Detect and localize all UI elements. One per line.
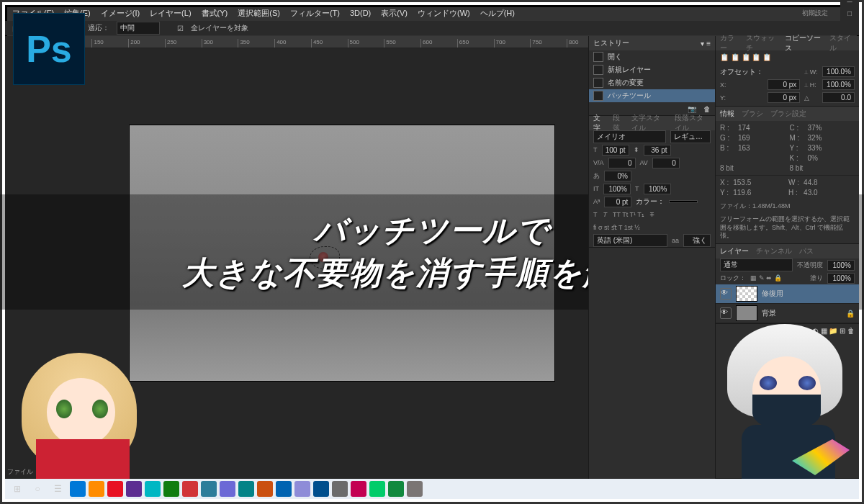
eye-icon[interactable]: 👁 <box>720 288 732 300</box>
avatar-girl <box>14 338 144 482</box>
menu-layer[interactable]: レイヤー(L) <box>150 8 191 19</box>
type-options[interactable]: T T TT Tt T¹ T₁ T <box>589 208 715 221</box>
avatar-boy <box>713 317 850 482</box>
taskbar-app[interactable] <box>220 481 235 497</box>
taskbar-app[interactable] <box>201 481 217 497</box>
menu-window[interactable]: ウィンドウ(W) <box>418 8 470 19</box>
fill-field[interactable]: 100% <box>827 273 855 284</box>
opacity-field[interactable]: 100% <box>827 260 855 271</box>
kerning[interactable]: 0 <box>608 158 636 168</box>
menu-type[interactable]: 書式(Y) <box>202 8 228 19</box>
opt-adapt-label: 適応： <box>88 23 109 33</box>
menu-view[interactable]: 表示(V) <box>381 8 408 19</box>
channels-tab[interactable]: チャンネル <box>756 246 792 256</box>
color-label: カラー： <box>636 197 665 207</box>
taskbar-app[interactable] <box>407 481 423 497</box>
history-item[interactable]: 開く <box>589 50 715 63</box>
tsume[interactable]: 0% <box>604 171 631 181</box>
taskbar-app[interactable] <box>313 481 329 497</box>
tracking[interactable]: 0 <box>652 158 680 168</box>
baseline[interactable]: 0 pt <box>604 197 631 207</box>
clonesource-tab[interactable]: コピーソース <box>785 33 822 53</box>
taskbar-app[interactable] <box>276 481 292 497</box>
menu-bar: ファイル(F) 編集(E) イメージ(I) レイヤー(L) 書式(Y) 選択範囲… <box>5 5 859 21</box>
brush-tab[interactable]: ブラシ <box>742 109 763 119</box>
offset-label: オフセット： <box>720 67 763 77</box>
info-file: ファイル：1.48M/1.48M <box>716 199 859 212</box>
max-button[interactable]: □ <box>840 7 859 19</box>
info-hint: フリーフォームの範囲を選択するか、選択範囲を移動します。Shift、Alt、Ct… <box>716 212 859 243</box>
clone-h[interactable]: 100.0% <box>822 79 855 90</box>
taskbar-app[interactable] <box>388 481 404 497</box>
clone-x[interactable]: 0 px <box>768 79 800 90</box>
history-item[interactable]: 名前の変更 <box>589 76 715 89</box>
lock-icon: 🔒 <box>846 310 855 318</box>
swatch-tab[interactable]: スウォッチ <box>746 33 778 53</box>
taskbar-app[interactable] <box>89 481 104 497</box>
workspace-button[interactable]: 初期設定 <box>802 9 828 18</box>
character-panel: 文字 段落 文字スタイル 段落スタイル メイリオレギュ… T100 pt⬍36 … <box>589 116 715 248</box>
info-panel: 情報 ブラシ ブラシ設定 R :174C :37% G :169M :32% B… <box>716 107 859 244</box>
taskbar-app[interactable] <box>126 481 142 497</box>
taskbar-app[interactable] <box>332 481 348 497</box>
layers-tab[interactable]: レイヤー <box>720 246 749 256</box>
min-button[interactable]: ─ <box>840 0 859 7</box>
menu-image[interactable]: イメージ(I) <box>101 8 140 19</box>
brushpreset-tab[interactable]: ブラシ設定 <box>770 109 806 119</box>
taskbar-app[interactable] <box>70 481 86 497</box>
fontstyle-select[interactable]: レギュ… <box>670 130 711 143</box>
text-color[interactable] <box>669 200 698 203</box>
color-panel: カラー スウォッチ コピーソース スタイル 📋 📋 📋 📋 📋 オフセット： ⟂… <box>716 36 859 107</box>
taskbar-app[interactable] <box>351 481 366 497</box>
taskbar: ⊞ ○ ☰ <box>5 479 859 499</box>
menu-3d[interactable]: 3D(D) <box>350 9 371 17</box>
taskbar-app[interactable] <box>238 481 254 497</box>
history-panel: ヒストリー▾ ≡ 開く 新規レイヤー 名前の変更 パッチツール 📷🗑 <box>589 36 715 116</box>
taskbar-app[interactable] <box>257 481 273 497</box>
menu-filter[interactable]: フィルター(T) <box>290 8 340 19</box>
lock-icons[interactable]: ▦ ✎ ⬌ 🔒 <box>750 274 782 282</box>
opt-all-layers[interactable]: 全レイヤーを対象 <box>191 23 248 33</box>
styles-tab[interactable]: スタイル <box>829 33 855 53</box>
font-select[interactable]: メイリオ <box>593 130 666 143</box>
hscale[interactable]: 100% <box>644 184 671 194</box>
search-button[interactable]: ○ <box>30 481 45 497</box>
vscale[interactable]: 100% <box>603 184 631 194</box>
taskbar-app[interactable] <box>145 481 161 497</box>
aa-select[interactable]: 強く <box>683 234 711 247</box>
opentype-options[interactable]: fi σ st ﬆ T 1st ½ <box>589 221 715 234</box>
leading[interactable]: 36 pt <box>644 145 671 156</box>
info-tab[interactable]: 情報 <box>720 109 734 119</box>
paths-tab[interactable]: パス <box>799 246 814 256</box>
font-size[interactable]: 100 pt <box>602 145 629 156</box>
camera-icon[interactable]: 📷 <box>688 105 696 113</box>
headline-line1: バッチツールで <box>314 210 550 252</box>
layer-row[interactable]: 👁修復用 <box>716 284 859 304</box>
color-tab[interactable]: カラー <box>720 33 739 53</box>
taskview-button[interactable]: ☰ <box>50 481 66 497</box>
taskbar-app[interactable] <box>369 481 385 497</box>
menu-help[interactable]: ヘルプ(H) <box>480 8 515 19</box>
clone-y[interactable]: 0 px <box>768 92 800 103</box>
history-item[interactable]: 新規レイヤー <box>589 63 715 76</box>
menu-select[interactable]: 選択範囲(S) <box>238 8 280 19</box>
photoshop-logo: Ps <box>13 13 85 85</box>
clone-rot[interactable]: 0.0 <box>822 92 855 103</box>
lang-select[interactable]: 英語 (米国) <box>593 234 667 247</box>
clone-w[interactable]: 100.0% <box>822 66 855 77</box>
taskbar-app[interactable] <box>163 481 179 497</box>
blend-mode[interactable]: 通常 <box>720 258 793 271</box>
history-item[interactable]: パッチツール <box>589 89 715 102</box>
opt-adapt-select[interactable]: 中間 <box>117 22 160 35</box>
taskbar-app[interactable] <box>294 481 310 497</box>
trash-icon[interactable]: 🗑 <box>703 105 711 113</box>
history-tab[interactable]: ヒストリー <box>593 38 629 48</box>
taskbar-app[interactable] <box>182 481 198 497</box>
taskbar-app[interactable] <box>107 481 123 497</box>
start-button[interactable]: ⊞ <box>9 481 25 497</box>
